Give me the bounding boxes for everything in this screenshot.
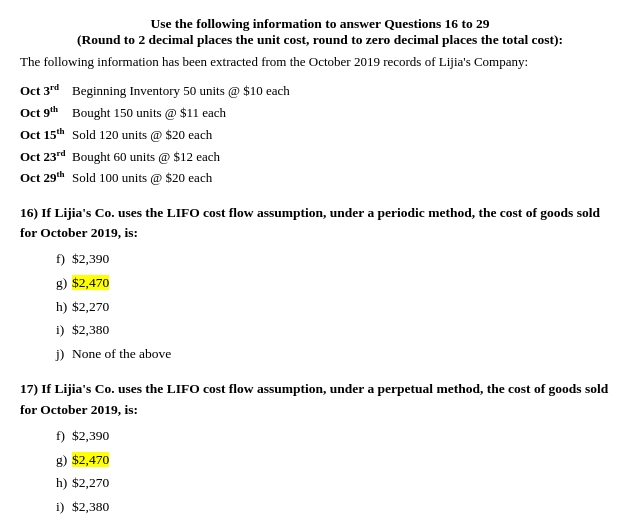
option-label-1-2: h) — [56, 471, 72, 495]
record-date-2: Oct 15th — [20, 124, 72, 146]
option-label-0-3: i) — [56, 318, 72, 342]
record-date-4: Oct 29th — [20, 167, 72, 189]
record-item-0: Oct 3rd Beginning Inventory 50 units @ $… — [20, 80, 620, 102]
option-value-0-0: $2,390 — [72, 251, 109, 266]
option-1-4: j)None of the above — [56, 518, 620, 525]
header-line2: (Round to 2 decimal places the unit cost… — [20, 32, 620, 48]
option-value-1-3: $2,380 — [72, 499, 109, 514]
option-value-1-1: $2,470 — [72, 452, 109, 467]
options-list-0: f)$2,390g)$2,470h)$2,270i)$2,380j)None o… — [20, 247, 620, 365]
option-0-0: f)$2,390 — [56, 247, 620, 271]
option-0-4: j)None of the above — [56, 342, 620, 366]
option-0-3: i)$2,380 — [56, 318, 620, 342]
record-text-1: Bought 150 units @ $11 each — [72, 102, 226, 123]
record-text-3: Bought 60 units @ $12 each — [72, 146, 220, 167]
record-item-2: Oct 15th Sold 120 units @ $20 each — [20, 124, 620, 146]
intro-text: The following information has been extra… — [20, 54, 620, 70]
record-text-4: Sold 100 units @ $20 each — [72, 167, 212, 188]
question-block-0: 16) If Lijia's Co. uses the LIFO cost fl… — [20, 203, 620, 366]
record-date-0: Oct 3rd — [20, 80, 72, 102]
question-text-0: 16) If Lijia's Co. uses the LIFO cost fl… — [20, 203, 620, 244]
option-1-3: i)$2,380 — [56, 495, 620, 519]
record-date-3: Oct 23rd — [20, 145, 72, 167]
option-1-1: g)$2,470 — [56, 448, 620, 472]
question-text-1: 17) If Lijia's Co. uses the LIFO cost fl… — [20, 379, 620, 420]
record-date-1: Oct 9th — [20, 102, 72, 124]
option-value-0-1: $2,470 — [72, 275, 109, 290]
option-label-0-0: f) — [56, 247, 72, 271]
question-block-1: 17) If Lijia's Co. uses the LIFO cost fl… — [20, 379, 620, 525]
option-1-0: f)$2,390 — [56, 424, 620, 448]
header-section: Use the following information to answer … — [20, 16, 620, 70]
header-line1: Use the following information to answer … — [20, 16, 620, 32]
option-value-1-0: $2,390 — [72, 428, 109, 443]
record-item-1: Oct 9th Bought 150 units @ $11 each — [20, 102, 620, 124]
option-label-1-4: j) — [56, 518, 72, 525]
option-0-1: g)$2,470 — [56, 271, 620, 295]
option-1-2: h)$2,270 — [56, 471, 620, 495]
questions-section: 16) If Lijia's Co. uses the LIFO cost fl… — [20, 203, 620, 525]
option-value-0-2: $2,270 — [72, 299, 109, 314]
option-0-2: h)$2,270 — [56, 295, 620, 319]
records-section: Oct 3rd Beginning Inventory 50 units @ $… — [20, 80, 620, 189]
option-label-1-3: i) — [56, 495, 72, 519]
record-item-4: Oct 29th Sold 100 units @ $20 each — [20, 167, 620, 189]
option-value-1-2: $2,270 — [72, 475, 109, 490]
option-label-1-1: g) — [56, 448, 72, 472]
option-label-0-4: j) — [56, 342, 72, 366]
option-label-0-1: g) — [56, 271, 72, 295]
option-value-0-3: $2,380 — [72, 322, 109, 337]
options-list-1: f)$2,390g)$2,470h)$2,270i)$2,380j)None o… — [20, 424, 620, 525]
record-text-2: Sold 120 units @ $20 each — [72, 124, 212, 145]
record-item-3: Oct 23rd Bought 60 units @ $12 each — [20, 145, 620, 167]
record-text-0: Beginning Inventory 50 units @ $10 each — [72, 80, 290, 101]
option-value-0-4: None of the above — [72, 346, 171, 361]
option-label-0-2: h) — [56, 295, 72, 319]
option-label-1-0: f) — [56, 424, 72, 448]
